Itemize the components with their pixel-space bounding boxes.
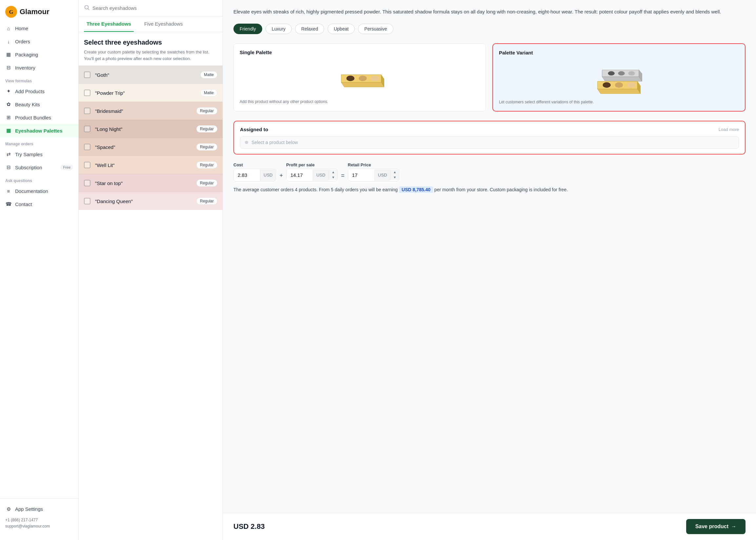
- sidebar-item-subscription[interactable]: ⊟ Subscription Free: [0, 161, 78, 174]
- sidebar-item-eyeshadow-palettes[interactable]: ▦ Eyeshadow Palettes: [0, 124, 78, 137]
- eyeshadow-checkbox[interactable]: [84, 71, 90, 78]
- eyeshadow-checkbox[interactable]: [84, 180, 90, 186]
- eyeshadow-type-badge: Matte: [200, 71, 217, 78]
- middle-header: Select three eyeshadows Create your cust…: [79, 32, 223, 66]
- tab-three-eyeshadows[interactable]: Three Eyeshadows: [84, 16, 134, 32]
- logo-area: G Glamour: [0, 0, 78, 22]
- svg-point-12: [627, 82, 635, 87]
- try-samples-icon: ⇄: [5, 151, 12, 158]
- eyeshadow-item[interactable]: "Well Lit"Regular: [79, 156, 223, 174]
- product-description: Elevate eyes with streaks of rich, highl…: [233, 8, 745, 16]
- sidebar-item-try-samples[interactable]: ⇄ Try Samples: [0, 148, 78, 161]
- sidebar-item-product-bundles[interactable]: ⊞ Product Bundles: [0, 111, 78, 124]
- eyeshadow-type-badge: Regular: [196, 143, 217, 151]
- profit-up-arrow[interactable]: ▲: [329, 170, 337, 175]
- eyeshadow-checkbox[interactable]: [84, 89, 90, 96]
- inventory-icon: ⊟: [5, 64, 12, 71]
- eyeshadow-type-badge: Regular: [196, 180, 217, 187]
- tone-pill-persuasive[interactable]: Persuasive: [358, 24, 393, 34]
- eyeshadow-name: "Goth": [95, 72, 200, 78]
- phone-number: +1 (866) 217-1477: [5, 517, 73, 523]
- sidebar-item-beauty-kits[interactable]: ✿ Beauty Kits: [0, 98, 78, 111]
- app-settings-label: App Settings: [15, 506, 43, 512]
- eyeshadow-icon: ▦: [5, 127, 12, 134]
- retail-down-arrow[interactable]: ▼: [390, 175, 399, 180]
- sidebar-item-orders[interactable]: ↓ Orders: [0, 35, 78, 48]
- sidebar-item-orders-label: Orders: [15, 39, 30, 44]
- cost-label: Cost: [233, 162, 276, 167]
- eyeshadow-checkbox[interactable]: [84, 162, 90, 168]
- sidebar-item-inventory[interactable]: ⊟ Inventory: [0, 61, 78, 74]
- palette-card-variant-desc: Let customers select different variation…: [499, 99, 739, 105]
- subscription-badge: Free: [60, 165, 73, 170]
- retail-input[interactable]: [348, 169, 375, 181]
- profit-label: Profit per sale: [286, 162, 338, 167]
- eyeshadow-item[interactable]: "Spaced"Regular: [79, 138, 223, 156]
- profit-currency: USD: [313, 169, 329, 181]
- eyeshadow-item[interactable]: "Powder Trip"Matte: [79, 84, 223, 102]
- retail-up-arrow[interactable]: ▲: [390, 170, 399, 175]
- assigned-title: Assigned to: [240, 127, 268, 132]
- sidebar-item-contact[interactable]: ☎ Contact: [0, 198, 78, 210]
- tab-five-eyeshadows[interactable]: Five Eyeshadows: [142, 16, 185, 32]
- sidebar-item-beauty-kits-label: Beauty Kits: [15, 102, 40, 107]
- equals-sign: =: [341, 172, 345, 179]
- eyeshadow-item[interactable]: "Bridesmaid"Regular: [79, 102, 223, 120]
- assigned-section: Assigned to Load more Select a product b…: [233, 121, 745, 155]
- eyeshadow-checkbox[interactable]: [84, 126, 90, 132]
- assigned-select-field[interactable]: Select a product below: [240, 136, 739, 149]
- earnings-text-2: per month from your store. Custom packag…: [434, 187, 568, 192]
- app-settings-item[interactable]: ⚙ App Settings: [5, 503, 73, 516]
- sidebar-item-home[interactable]: ⌂ Home: [0, 22, 78, 35]
- eyeshadow-checkbox[interactable]: [84, 198, 90, 204]
- search-bar: [79, 0, 223, 16]
- eyeshadow-checkbox[interactable]: [84, 144, 90, 150]
- sidebar-item-add-products[interactable]: ✦ Add Products: [0, 85, 78, 98]
- eyeshadow-name: "Powder Trip": [95, 90, 200, 96]
- eyeshadow-type-badge: Regular: [196, 125, 217, 133]
- tone-pill-relaxed[interactable]: Relaxed: [295, 24, 324, 34]
- eyeshadow-item[interactable]: "Long Night"Regular: [79, 120, 223, 138]
- eyeshadow-name: "Bridesmaid": [95, 108, 196, 114]
- palette-card-variant[interactable]: Palette Variant: [492, 43, 745, 111]
- sidebar-item-packaging[interactable]: ▦ Packaging: [0, 48, 78, 61]
- beauty-kits-icon: ✿: [5, 101, 12, 108]
- profit-input[interactable]: [286, 169, 313, 181]
- tone-pill-luxury[interactable]: Luxury: [266, 24, 292, 34]
- sidebar-item-try-samples-label: Try Samples: [15, 152, 43, 157]
- eyeshadow-item[interactable]: "Goth"Matte: [79, 66, 223, 84]
- eyeshadow-type-badge: Matte: [200, 89, 217, 96]
- cost-field: USD: [233, 169, 276, 182]
- search-input[interactable]: [92, 5, 217, 11]
- price-display: USD 2.83: [233, 522, 265, 531]
- tone-pill-friendly[interactable]: Friendly: [233, 24, 262, 34]
- save-product-button[interactable]: Save product →: [686, 519, 745, 534]
- pricing-section: Cost USD + Profit per sale USD ▲ ▼: [233, 162, 745, 194]
- sidebar: G Glamour ⌂ Home ↓ Orders ▦ Packaging ⊟ …: [0, 0, 79, 540]
- eyeshadow-item[interactable]: "Dancing Queen"Regular: [79, 192, 223, 210]
- sidebar-item-documentation[interactable]: ≡ Documentation: [0, 184, 78, 198]
- middle-subheading: Create your custom palette by selecting …: [84, 49, 217, 62]
- load-more-button[interactable]: Load more: [719, 127, 739, 132]
- sidebar-item-add-products-label: Add Products: [15, 88, 45, 94]
- svg-point-5: [359, 75, 367, 81]
- cost-input[interactable]: [234, 169, 260, 181]
- eyeshadow-item[interactable]: "Star on top"Regular: [79, 174, 223, 192]
- palette-visual-single: [240, 60, 480, 96]
- tone-pill-upbeat[interactable]: Upbeat: [328, 24, 355, 34]
- retail-currency: USD: [375, 169, 390, 181]
- documentation-icon: ≡: [5, 188, 12, 194]
- earnings-highlight: USD 8,785.40: [399, 186, 433, 193]
- sidebar-item-packaging-label: Packaging: [15, 52, 38, 58]
- eyeshadow-name: "Well Lit": [95, 162, 196, 168]
- eyeshadow-type-badge: Regular: [196, 198, 217, 205]
- product-bundles-icon: ⊞: [5, 114, 12, 121]
- right-panel: Elevate eyes with streaks of rich, highl…: [223, 0, 756, 540]
- settings-icon: ⚙: [5, 506, 12, 512]
- palette-card-single[interactable]: Single Palette: [233, 43, 486, 111]
- add-products-icon: ✦: [5, 88, 12, 94]
- profit-down-arrow[interactable]: ▼: [329, 175, 337, 180]
- right-footer: USD 2.83 Save product →: [223, 513, 756, 540]
- tabs-bar: Three Eyeshadows Five Eyeshadows: [79, 16, 223, 32]
- eyeshadow-checkbox[interactable]: [84, 108, 90, 114]
